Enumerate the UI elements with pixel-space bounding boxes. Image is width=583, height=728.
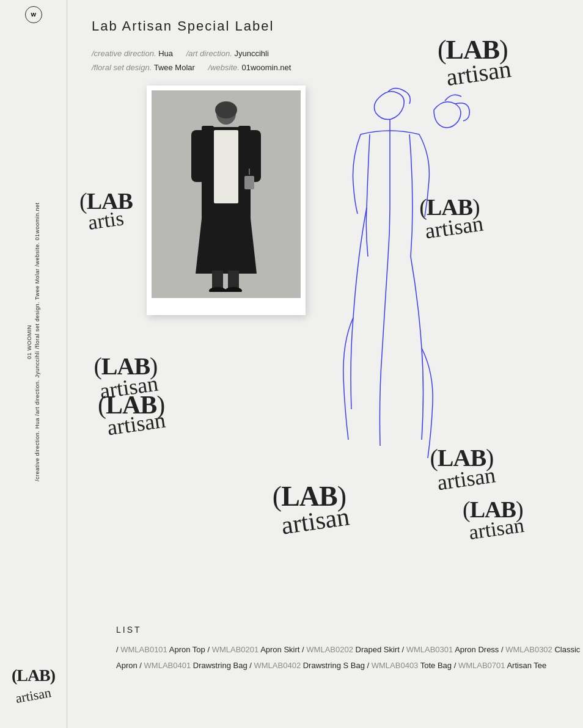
divider: / [402,645,406,654]
svg-rect-6 [191,130,206,182]
sidebar-artisan-label: artisan [10,684,56,707]
svg-marker-8 [196,219,257,274]
item-code: WMLAB0201 [212,645,259,654]
item-name: Tote Bag [420,661,452,670]
sidebar: W 01 WOOMIN /creative direction. Hua /ar… [0,0,67,728]
item-name: Draped Skirt [356,645,400,654]
credit-name-4: 01woomin.net [241,63,291,72]
lab-logo-lower-right-2: (LAB) artisan [461,498,524,539]
item-name: Apron Skirt [260,645,299,654]
item-name: Apron Top [169,645,205,654]
svg-point-12 [225,287,242,292]
item-code: WMLAB0403 [372,661,419,670]
list-title: LIST [116,625,583,635]
artisan-script: artis [87,208,125,233]
logo-letter: W [31,12,36,18]
divider: / [249,661,254,670]
credit-label-1: /creative direction. [92,49,156,58]
item-name: Apron Dress [455,645,499,654]
list-items: / WMLAB0101 Apron Top / WMLAB0201 Apron … [116,642,583,674]
item-code: WMLAB0202 [306,645,353,654]
item-code: WMLAB0302 [505,645,552,654]
item-code: WMLAB0402 [254,661,301,670]
brand-logo[interactable]: W [25,6,42,23]
divider: / [207,645,211,654]
lab-logo-top-right: (LAB) artisan [434,37,512,86]
svg-rect-3 [214,130,238,203]
main-content: Lab Artisan Special Label /creative dire… [67,0,583,728]
brand-name: 01 WOOMIN [26,325,32,359]
credit-name-3: Twee Molar [154,63,195,72]
polaroid-photo [147,86,306,315]
list-section: LIST / WMLAB0101 Apron Top / WMLAB0201 A… [116,625,583,674]
divider: / [367,661,372,670]
item-name: Drawstring Bag [193,661,248,670]
item-code: WMLAB0301 [406,645,453,654]
sidebar-credits-text: /creative direction. Hua /art direction.… [34,203,40,482]
svg-point-1 [215,101,237,118]
credit-label-2: /art direction. [186,49,232,58]
blue-line-figure [299,86,483,482]
svg-point-11 [209,287,226,292]
item-code: WMLAB0101 [120,645,167,654]
page-title: Lab Artisan Special Label [92,18,559,34]
item-name: Artisan Tee [507,661,546,670]
credit-label-3: /floral set design. [92,63,152,72]
item-name: Drawstring S Bag [303,661,365,670]
credit-name-1: Hua [158,49,173,58]
sidebar-lab-label: (LAB) [12,666,55,685]
divider: / [139,661,144,670]
divider: / [454,661,458,670]
credit-label-4: /website. [208,63,240,72]
blue-art-svg [299,86,483,482]
svg-rect-13 [244,176,254,189]
item-code: WMLAB0401 [144,661,191,670]
sidebar-credits: 01 WOOMIN /creative direction. Hua /art … [26,31,41,653]
item-code: WMLAB0701 [458,661,505,670]
lab-logo-lower-left-1: (LAB) artisan (LAB) artisan [86,354,166,435]
fashion-figure [186,96,266,292]
svg-rect-7 [246,130,261,182]
lab-logo-lower-center: (LAB) artisan [269,482,350,534]
photo-area [152,90,301,298]
lab-logo-mid-left: (LAB artis [79,189,133,231]
credit-name-2: Jyunccihli [234,49,268,58]
